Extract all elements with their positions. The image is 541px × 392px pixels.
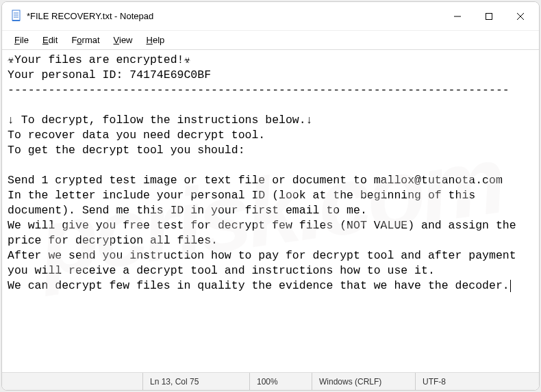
status-encoding: UTF-8 <box>416 377 539 387</box>
svg-rect-6 <box>486 13 492 19</box>
text-line: Your files are encrypted! <box>14 53 184 66</box>
text-line: To get the decrypt tool you should: <box>8 144 245 157</box>
menu-edit[interactable]: Edit <box>36 34 64 47</box>
text-line: We will give you free test for decrypt f… <box>8 219 523 247</box>
text-line: After we send you instruction how to pay… <box>8 249 523 277</box>
biohazard-icon: ☣ <box>184 53 190 66</box>
minimize-button[interactable] <box>442 5 473 27</box>
status-position: Ln 13, Col 75 <box>143 377 249 387</box>
notepad-icon <box>10 10 21 23</box>
close-button[interactable] <box>505 5 536 27</box>
statusbar: Ln 13, Col 75 100% Windows (CRLF) UTF-8 <box>2 372 539 390</box>
svg-rect-1 <box>12 20 20 21</box>
window-controls <box>442 5 536 27</box>
status-eol: Windows (CRLF) <box>312 377 415 387</box>
text-line: To recover data you need decrypt tool. <box>8 129 265 142</box>
menu-help[interactable]: Help <box>140 34 172 47</box>
status-zoom: 100% <box>250 377 312 387</box>
menu-format[interactable]: Format <box>64 34 106 47</box>
menubar: File Edit Format View Help <box>2 31 539 50</box>
maximize-button[interactable] <box>473 5 505 27</box>
text-caret <box>510 280 511 292</box>
menu-view[interactable]: View <box>107 34 140 47</box>
text-line: Your personal ID: 74174E69C0BF <box>8 68 211 81</box>
text-line: ↓ To decrypt, follow the instructions be… <box>8 114 313 127</box>
notepad-window: *FILE RECOVERY.txt - Notepad File Edit F… <box>1 1 540 391</box>
biohazard-icon: ☣ <box>8 53 14 66</box>
text-line: Send 1 crypted test image or text file o… <box>8 174 503 187</box>
text-line: We can decrypt few files in quality the … <box>8 279 509 292</box>
text-line: In the letter include your personal ID (… <box>8 189 482 217</box>
titlebar: *FILE RECOVERY.txt - Notepad <box>2 2 539 31</box>
window-title: *FILE RECOVERY.txt - Notepad <box>27 11 442 21</box>
text-area[interactable]: ☣Your files are encrypted!☣ Your persona… <box>2 50 539 372</box>
text-line: ----------------------------------------… <box>8 83 509 96</box>
menu-file[interactable]: File <box>8 34 36 47</box>
